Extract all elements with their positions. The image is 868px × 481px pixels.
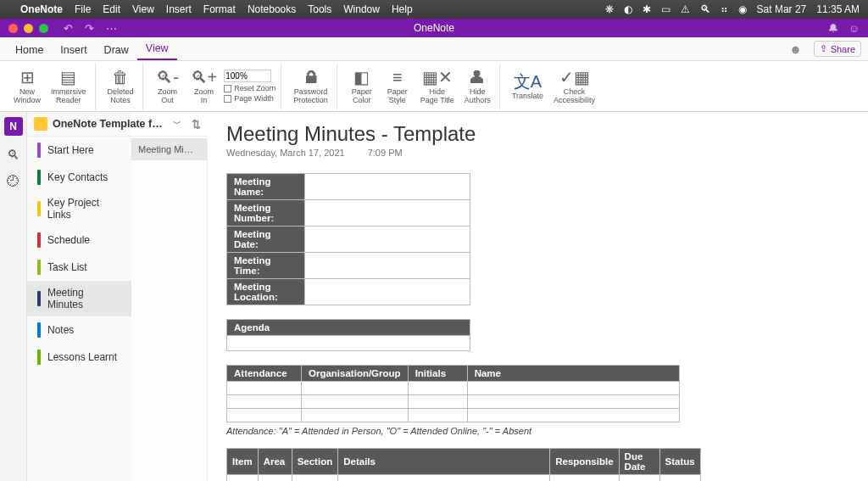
check-accessibility-button[interactable]: ✓▦Check Accessibility (550, 66, 598, 107)
field-value[interactable] (305, 279, 470, 305)
close-window-icon[interactable] (8, 24, 18, 33)
hide-authors-button[interactable]: 👤︎Hide Authors (461, 66, 494, 107)
section-label: Key Contacts (47, 171, 108, 183)
section-color-icon (37, 260, 41, 275)
control-center-icon[interactable]: ⠶ (721, 3, 728, 15)
agenda-cell[interactable] (227, 336, 470, 351)
section-item[interactable]: Lessons Learnt (27, 344, 131, 371)
zoom-out-button[interactable]: 🔍︎-Zoom Out (152, 66, 184, 107)
translate-button[interactable]: 文ATranslate (509, 70, 547, 103)
section-item[interactable]: Meeting Minutes (27, 281, 131, 316)
share-button[interactable]: ⇪ Share (814, 41, 861, 57)
immersive-reader-button[interactable]: ▤Immersive Reader (47, 66, 90, 107)
search-rail-icon[interactable]: 🔍︎ (7, 148, 19, 162)
column-header: Attendance (227, 366, 302, 382)
menu-time[interactable]: 11:35 AM (816, 3, 860, 15)
minimize-window-icon[interactable] (24, 24, 33, 33)
tab-insert[interactable]: Insert (52, 39, 95, 60)
zoom-level-input[interactable] (224, 70, 271, 82)
mac-menu-edit[interactable]: Edit (103, 3, 120, 15)
redo-icon[interactable]: ↷ (85, 22, 94, 35)
mac-menu-help[interactable]: Help (392, 3, 413, 15)
field-label: Meeting Location: (227, 279, 305, 305)
mac-menu-format[interactable]: Format (203, 3, 236, 15)
action-items-table[interactable]: ItemAreaSectionDetailsResponsibleDue Dat… (226, 448, 701, 481)
new-window-button[interactable]: ⊞New Window (10, 66, 44, 107)
translate-label: Translate (512, 92, 543, 101)
trash-icon: 🗑︎ (112, 68, 129, 87)
paint-icon: ◧ (353, 68, 370, 87)
password-protection-button[interactable]: 🔒︎Password Protection (290, 66, 331, 107)
page-width-label: Page Width (234, 94, 274, 103)
notebook-header[interactable]: OneNote Template for Pr… ﹀ ⇅ (27, 112, 208, 137)
page-width-link[interactable]: Page Width (224, 94, 275, 103)
agenda-table[interactable]: Agenda (226, 319, 470, 351)
tab-draw[interactable]: Draw (96, 39, 137, 60)
section-item[interactable]: Key Contacts (27, 164, 131, 191)
battery-icon[interactable]: ▭ (661, 3, 670, 15)
mac-app-name[interactable]: OneNote (20, 3, 63, 15)
deleted-notes-button[interactable]: 🗑︎Deleted Notes (104, 66, 137, 107)
column-header: Name (467, 366, 679, 382)
reset-zoom-link[interactable]: Reset Zoom (224, 84, 275, 92)
section-color-icon (37, 201, 41, 216)
spotlight-icon[interactable]: 🔍︎ (700, 3, 710, 15)
attendance-table[interactable]: AttendanceOrganisation/GroupInitialsName (226, 365, 680, 422)
chevron-down-icon[interactable]: ﹀ (173, 118, 181, 130)
mac-menu-view[interactable]: View (132, 3, 154, 15)
mac-menu-insert[interactable]: Insert (166, 3, 192, 15)
field-value[interactable] (305, 227, 470, 253)
share-icon: ⇪ (820, 43, 827, 54)
main-area: N 🔍︎ 🕘︎ OneNote Template for Pr… ﹀ ⇅ Sta… (0, 112, 868, 481)
paper-style-button[interactable]: ≡Paper Style (381, 66, 414, 107)
feedback-icon[interactable]: ☻ (789, 42, 802, 56)
zoom-in-button[interactable]: 🔍︎+Zoom In (187, 66, 221, 107)
notification-icon[interactable]: 🔔︎ (827, 22, 838, 35)
window-icon: ⊞ (20, 68, 35, 87)
status-icon[interactable]: ◐ (624, 3, 632, 15)
column-header: Organisation/Group (302, 366, 409, 382)
section-item[interactable]: Schedule (27, 227, 131, 254)
mac-menu-file[interactable]: File (75, 3, 91, 15)
page-content[interactable]: Meeting Minutes - Template Wednesday, Ma… (208, 112, 868, 481)
section-color-icon (37, 143, 41, 158)
wifi-icon[interactable]: ⚠︎ (681, 3, 690, 15)
tab-view[interactable]: View (137, 37, 177, 60)
menu-date[interactable]: Sat Mar 27 (757, 3, 807, 15)
recent-rail-icon[interactable]: 🕘︎ (7, 174, 19, 188)
emoji-icon[interactable]: ☺ (849, 22, 860, 35)
field-value[interactable] (305, 174, 470, 200)
page-item[interactable]: Meeting Mi… (131, 138, 207, 160)
mac-menu-notebooks[interactable]: Notebooks (248, 3, 296, 15)
notebooks-rail-icon[interactable]: N (4, 117, 23, 136)
section-item[interactable]: Start Here (27, 137, 131, 164)
hide-page-title-button[interactable]: ▦✕Hide Page Title (417, 66, 458, 107)
meeting-info-table[interactable]: Meeting Name:Meeting Number:Meeting Date… (226, 173, 470, 305)
field-value[interactable] (305, 200, 470, 227)
maximize-window-icon[interactable] (39, 24, 48, 33)
tab-home[interactable]: Home (7, 39, 52, 60)
deleted-notes-label: Deleted Notes (108, 88, 134, 105)
paper-color-button[interactable]: ◧Paper Color (346, 66, 378, 107)
section-item[interactable]: Notes (27, 316, 131, 344)
section-label: Task List (47, 261, 87, 273)
page-title[interactable]: Meeting Minutes - Template (226, 122, 849, 146)
traffic-lights (8, 24, 48, 33)
undo-icon[interactable]: ↶ (64, 22, 73, 35)
accessibility-label: Check Accessibility (554, 88, 595, 105)
section-color-icon (37, 170, 41, 185)
section-label: Meeting Minutes (47, 287, 121, 310)
section-item[interactable]: Key Project Links (27, 191, 131, 227)
field-value[interactable] (305, 253, 470, 279)
sort-icon[interactable]: ⇅ (192, 118, 201, 131)
translate-icon: 文A (514, 72, 542, 91)
bluetooth-icon[interactable]: ✱ (643, 3, 651, 15)
section-label: Start Here (47, 144, 94, 156)
mac-menu-window[interactable]: Window (343, 3, 380, 15)
status-icon[interactable]: ❋ (605, 3, 614, 15)
section-item[interactable]: Task List (27, 254, 131, 281)
overflow-icon[interactable]: ⋯ (106, 22, 117, 35)
siri-icon[interactable]: ◉ (738, 3, 747, 15)
mac-menu-tools[interactable]: Tools (308, 3, 331, 15)
reset-zoom-label: Reset Zoom (234, 84, 275, 92)
